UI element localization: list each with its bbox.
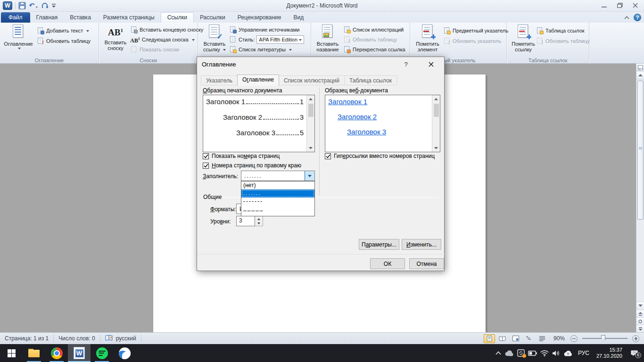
page-indicator[interactable]: Страница: 1 из 1 xyxy=(0,335,54,342)
battery-icon[interactable] xyxy=(528,351,537,356)
fullscreen-reading-view-button[interactable] xyxy=(497,334,508,343)
levels-spinner[interactable]: 3 xyxy=(236,216,263,226)
insert-citation-button[interactable]: ✓ Вставитьссылку xyxy=(200,24,229,52)
draft-view-button[interactable] xyxy=(537,334,548,343)
insert-index-button[interactable]: Предметный указатель xyxy=(443,26,508,35)
tab-references[interactable]: Ссылки xyxy=(161,12,194,23)
messenger-app-button[interactable] xyxy=(113,344,136,362)
dialog-tab-index[interactable]: Указатель xyxy=(201,75,238,85)
help-icon[interactable]: ? xyxy=(634,14,641,21)
ok-button[interactable]: ОК xyxy=(370,258,405,269)
tab-view[interactable]: Вид xyxy=(287,13,310,23)
restore-button[interactable] xyxy=(613,1,627,10)
tab-page-layout[interactable]: Разметка страницы xyxy=(97,13,161,23)
tab-home[interactable]: Главная xyxy=(30,13,64,23)
word-logo-icon[interactable]: W xyxy=(3,1,12,10)
ruler-toggle-icon[interactable] xyxy=(636,64,644,72)
customize-qat-button[interactable] xyxy=(51,3,56,8)
tray-expand-icon[interactable] xyxy=(495,351,501,355)
clock[interactable]: 15:3727.10.2020 xyxy=(594,347,624,359)
dialog-close-button[interactable] xyxy=(421,57,440,71)
web-layout-view-button[interactable] xyxy=(510,334,521,343)
scroll-down-icon[interactable] xyxy=(307,144,315,152)
spinner-up-icon[interactable] xyxy=(255,216,263,221)
show-page-numbers-checkbox[interactable]: Показать номера страниц xyxy=(203,153,280,159)
options-button[interactable]: Параметры... xyxy=(359,239,399,250)
word-button[interactable]: W xyxy=(68,344,91,362)
spotify-button[interactable] xyxy=(91,344,113,362)
dialog-tab-figures[interactable]: Список иллюстраций xyxy=(279,75,345,85)
zoom-slider[interactable] xyxy=(582,338,627,339)
tab-mailings[interactable]: Рассылки xyxy=(194,13,231,23)
print-layout-view-button[interactable] xyxy=(484,334,495,343)
wifi-icon[interactable] xyxy=(540,350,549,356)
tab-leader-combobox[interactable]: ....... xyxy=(241,171,315,181)
select-browse-object-icon[interactable] xyxy=(636,317,644,325)
tab-review[interactable]: Рецензирование xyxy=(231,13,288,23)
cloud-upload-icon[interactable] xyxy=(563,350,573,356)
tab-file[interactable]: Файл xyxy=(1,12,30,23)
previous-page-icon[interactable] xyxy=(636,310,644,317)
sync-status-icon[interactable] xyxy=(517,349,525,357)
undo-button[interactable] xyxy=(29,2,38,9)
add-text-button[interactable]: Добавить текст xyxy=(37,26,89,35)
keyboard-language[interactable]: РУС xyxy=(576,350,591,356)
manage-sources-button[interactable]: Управление источниками xyxy=(229,25,299,34)
bibliography-button[interactable]: Список литературы xyxy=(229,45,292,54)
insert-endnote-button[interactable]: Вставить концевую сноску xyxy=(130,25,203,34)
scroll-up-icon[interactable] xyxy=(636,72,644,80)
preview-scrollbar[interactable] xyxy=(306,95,314,152)
dialog-help-button[interactable]: ? xyxy=(399,57,413,71)
table-of-figures-button[interactable]: Список иллюстраций xyxy=(343,25,404,34)
outline-view-button[interactable] xyxy=(523,334,535,343)
insert-toa-button[interactable]: Таблица ссылок xyxy=(536,26,585,35)
chrome-button[interactable] xyxy=(45,344,68,362)
scrollbar-thumb[interactable] xyxy=(434,104,439,117)
insert-caption-button[interactable]: Вставитьназвание xyxy=(313,24,342,52)
mark-entry-button[interactable]: Пометитьэлемент xyxy=(413,24,442,52)
cancel-button[interactable]: Отмена xyxy=(409,258,444,269)
next-page-icon[interactable] xyxy=(636,325,644,332)
scroll-up-icon[interactable] xyxy=(432,95,440,103)
vertical-scrollbar[interactable] xyxy=(636,64,644,332)
right-align-page-numbers-checkbox[interactable]: Номера страниц по правому краю xyxy=(203,162,301,169)
next-footnote-button[interactable]: AB1 Следующая сноска xyxy=(130,35,195,44)
insert-footnote-button[interactable]: AB1 Вставитьсноску xyxy=(101,24,130,51)
update-toc-button[interactable]: ! Обновить таблицу xyxy=(37,37,91,45)
scrollbar-thumb[interactable] xyxy=(308,104,314,117)
scrollbar-thumb[interactable] xyxy=(637,81,644,220)
language-indicator[interactable]: русский xyxy=(100,335,141,342)
onedrive-icon[interactable] xyxy=(504,350,514,356)
volume-icon[interactable] xyxy=(552,350,560,356)
modify-button[interactable]: Изменить... xyxy=(402,239,441,250)
dialog-tab-authorities[interactable]: Таблица ссылок xyxy=(344,75,397,85)
action-center-button[interactable]: 6 xyxy=(627,350,641,357)
dropdown-option-dots[interactable]: ....... xyxy=(241,189,314,197)
combobox-dropdown-icon[interactable] xyxy=(305,171,314,181)
minimize-button[interactable] xyxy=(597,1,611,10)
word-count[interactable]: Число слов: 0 xyxy=(54,335,100,342)
toc-button[interactable]: Оглавление xyxy=(4,24,33,50)
file-explorer-button[interactable] xyxy=(23,344,45,362)
redo-button[interactable] xyxy=(41,2,49,9)
zoom-out-icon[interactable] xyxy=(570,335,578,342)
zoom-in-icon[interactable] xyxy=(632,335,639,342)
zoom-slider-thumb[interactable] xyxy=(601,335,605,341)
save-button[interactable] xyxy=(18,2,26,9)
cross-reference-button[interactable]: Перекрестная ссылка xyxy=(343,45,405,54)
preview-scrollbar[interactable] xyxy=(432,95,440,152)
close-button[interactable] xyxy=(628,1,642,10)
start-button[interactable] xyxy=(0,344,23,362)
scroll-down-icon[interactable] xyxy=(432,144,440,152)
zoom-level[interactable]: 90% xyxy=(553,335,565,342)
dropdown-option-none[interactable]: (нет) xyxy=(241,181,314,189)
collapse-ribbon-icon[interactable] xyxy=(624,16,630,20)
scroll-up-icon[interactable] xyxy=(307,95,315,103)
dropdown-option-dashes[interactable]: ------- xyxy=(241,197,314,206)
tab-insert[interactable]: Вставка xyxy=(64,13,97,23)
dialog-tab-toc[interactable]: Оглавление xyxy=(237,74,279,86)
mark-citation-button[interactable]: Пометитьссылку xyxy=(509,24,538,52)
dropdown-option-underline[interactable]: _____ xyxy=(241,206,314,216)
spinner-down-icon[interactable] xyxy=(255,221,263,226)
hyperlinks-checkbox[interactable]: Гиперссылки вместо номеров страниц xyxy=(325,153,435,159)
